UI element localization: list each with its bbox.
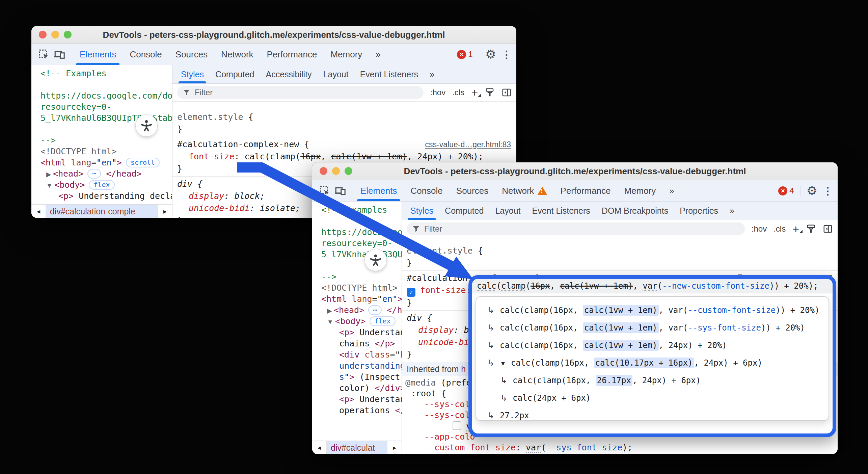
tab-elements[interactable]: Elements: [73, 44, 123, 65]
declaration-value[interactable]: calc(clamp(16px, calc(1vw + 1em), var(--…: [472, 279, 833, 293]
tree-node[interactable]: https://docs.goog: [312, 227, 402, 238]
tab-computed[interactable]: Computed: [210, 65, 260, 83]
tree-node[interactable]: <!DOCTYPE html>: [31, 146, 172, 157]
tab-memory[interactable]: Memory: [324, 44, 369, 65]
tab-sources[interactable]: Sources: [169, 44, 214, 65]
tree-node[interactable]: resourcekey=0-: [312, 238, 402, 249]
tree-node[interactable]: ▶ <head>⋯ </hea: [312, 305, 402, 316]
node-badge[interactable]: flex: [370, 316, 395, 326]
evaluation-step[interactable]: ↳calc(clamp(16px, calc(1vw + 1em), var(-…: [476, 319, 829, 337]
more-options-kebab-icon[interactable]: ⋮: [823, 185, 833, 197]
tree-node[interactable]: <!DOCTYPE html>: [312, 282, 402, 293]
declaration-checkbox[interactable]: ✓: [407, 288, 415, 297]
tab-accessibility[interactable]: Accessibility: [260, 65, 317, 83]
tree-node[interactable]: <!-- Examples: [31, 68, 172, 79]
style-line[interactable]: element.style {: [402, 245, 838, 257]
tab--[interactable]: »: [424, 65, 440, 83]
tree-node[interactable]: <p> Understan: [312, 327, 402, 338]
tree-node[interactable]: operations </: [312, 405, 402, 416]
tree-node[interactable]: https://docs.google.com/doc: [31, 90, 172, 101]
tab-styles[interactable]: Styles: [175, 65, 210, 83]
tab-sources[interactable]: Sources: [450, 180, 495, 201]
tab--[interactable]: »: [662, 180, 681, 201]
dock-side-icon[interactable]: [823, 224, 833, 234]
breadcrumb-prev-button[interactable]: ◀: [312, 441, 327, 454]
tree-node[interactable]: <p> Understan: [312, 394, 402, 405]
tab-layout[interactable]: Layout: [489, 202, 526, 220]
tab-performance[interactable]: Performance: [554, 180, 618, 201]
tab--[interactable]: »: [369, 44, 387, 65]
style-line[interactable]: element.style {: [172, 111, 516, 123]
declaration-checkbox[interactable]: [453, 421, 461, 430]
tab-console[interactable]: Console: [404, 180, 449, 201]
style-line[interactable]: --custom-font-size: var(--sys-font-size)…: [402, 442, 838, 453]
minimize-window-button[interactable]: [332, 167, 340, 175]
tree-node[interactable]: [312, 260, 402, 271]
tree-node[interactable]: <div class="b: [312, 349, 402, 360]
tab-console[interactable]: Console: [123, 44, 168, 65]
toggle-classes-button[interactable]: .cls: [774, 224, 786, 234]
tab-network[interactable]: Network: [495, 180, 553, 201]
close-window-button[interactable]: [39, 31, 47, 38]
window-titlebar[interactable]: DevTools - peters-css-playground.glitch.…: [31, 26, 516, 44]
tree-node[interactable]: understanding: [312, 360, 402, 371]
device-toolbar-icon[interactable]: [52, 44, 67, 65]
tree-node[interactable]: -->: [312, 271, 402, 282]
breadcrumb-next-button[interactable]: ▶: [387, 441, 402, 454]
elements-tree-panel[interactable]: <!-- Exampleshttps://docs.google.com/doc…: [31, 65, 172, 218]
minimize-window-button[interactable]: [51, 31, 59, 38]
tab-layout[interactable]: Layout: [318, 65, 354, 83]
expand-triangle-icon[interactable]: ▼: [500, 360, 506, 367]
tree-node[interactable]: color) </div>: [312, 383, 402, 394]
node-badge[interactable]: ⋯: [368, 305, 382, 315]
elements-tree-panel[interactable]: <!-- Exampleshttps://docs.googresourceke…: [312, 202, 402, 454]
error-count-badge[interactable]: × 1: [457, 50, 472, 59]
close-window-button[interactable]: [320, 167, 327, 175]
tree-node[interactable]: <p> Understanding decla: [31, 190, 172, 202]
tree-node[interactable]: <html lang="en">scroll: [31, 157, 172, 168]
evaluation-step[interactable]: ↳calc(24px + 6px): [476, 389, 829, 407]
tree-node[interactable]: [312, 215, 402, 227]
tree-node[interactable]: ▶ <head>⋯ </head>: [31, 168, 172, 179]
tab-computed[interactable]: Computed: [439, 202, 489, 220]
rendering-paint-icon[interactable]: [485, 87, 495, 98]
evaluation-step[interactable]: ↳▼calc(clamp(16px, calc(10.17px + 16px),…: [476, 354, 829, 372]
tab-network[interactable]: Network: [214, 44, 260, 65]
tab-styles[interactable]: Styles: [405, 202, 439, 220]
accessibility-person-icon[interactable]: [135, 114, 158, 137]
tab-dom-breakpoints[interactable]: DOM Breakpoints: [596, 202, 674, 220]
style-line[interactable]: }: [402, 257, 838, 269]
tree-node[interactable]: s"> (Inspect: [312, 371, 402, 383]
more-options-kebab-icon[interactable]: ⋮: [501, 49, 512, 60]
tab-memory[interactable]: Memory: [617, 180, 662, 201]
style-line[interactable]: }: [172, 123, 516, 135]
style-line[interactable]: #calculation-complex-new {css-value-d…ge…: [172, 138, 516, 151]
window-titlebar[interactable]: DevTools - peters-css-playground.glitch.…: [312, 162, 838, 180]
tree-node[interactable]: resourcekey=0-: [31, 101, 172, 112]
source-link[interactable]: css-value-d…ger.html:83: [425, 138, 511, 151]
tab-properties[interactable]: Properties: [674, 202, 724, 220]
zoom-window-button[interactable]: [64, 31, 72, 38]
filter-input[interactable]: Filter: [407, 222, 745, 235]
device-toolbar-icon[interactable]: [332, 180, 348, 201]
breadcrumb-next-button[interactable]: ▶: [158, 205, 172, 218]
evaluation-step[interactable]: ↳calc(clamp(16px, calc(1vw + 1em), 24px)…: [476, 337, 829, 354]
tree-node[interactable]: ▼ <body>flex: [31, 179, 172, 190]
toggle-classes-button[interactable]: .cls: [452, 88, 464, 97]
error-count-badge[interactable]: × 4: [778, 186, 794, 195]
tab-performance[interactable]: Performance: [260, 44, 324, 65]
breadcrumb-selected-node[interactable]: div#calculation-comple: [46, 205, 158, 218]
evaluation-step[interactable]: ↳27.2px: [476, 407, 829, 421]
settings-gear-icon[interactable]: ⚙: [807, 184, 817, 198]
dock-side-icon[interactable]: [501, 87, 512, 98]
tab-elements[interactable]: Elements: [354, 180, 404, 201]
tree-node[interactable]: -->: [31, 135, 172, 146]
new-style-rule-button[interactable]: +: [792, 224, 799, 234]
settings-gear-icon[interactable]: ⚙: [485, 47, 496, 61]
tab-event-listeners[interactable]: Event Listeners: [354, 65, 424, 83]
node-badge[interactable]: ⋯: [87, 169, 101, 179]
tab--[interactable]: »: [724, 202, 740, 220]
tree-node[interactable]: <html lang="en">: [312, 293, 402, 305]
tree-node[interactable]: ▼ <body>flex: [312, 316, 402, 327]
tree-node[interactable]: [31, 79, 172, 90]
